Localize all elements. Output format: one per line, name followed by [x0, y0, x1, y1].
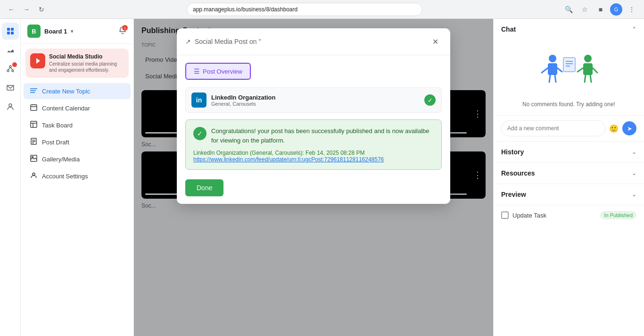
sidebar-icon-social[interactable]	[2, 60, 19, 77]
svg-line-44	[590, 75, 591, 82]
notification-badge	[12, 62, 17, 67]
modal-title-text: Social Media Post on ''	[195, 38, 261, 45]
svg-line-31	[542, 68, 548, 73]
board-selector[interactable]: B Board 1 ▾ 1	[27, 25, 127, 38]
nav-item-content-calendar[interactable]: Content Calendar	[24, 100, 131, 116]
svg-line-7	[8, 67, 10, 70]
studio-card: Social Media Studio Centralize social me…	[25, 49, 129, 78]
tab-icon: ☰	[194, 67, 200, 75]
sidebar-icon-mail[interactable]	[2, 79, 19, 96]
board-chevron-icon: ▾	[71, 28, 74, 34]
sidebar-icon-chart[interactable]	[2, 42, 19, 59]
sidebar-icon-crm[interactable]	[2, 98, 19, 115]
svg-point-4	[9, 66, 11, 67]
post-draft-icon	[30, 138, 37, 146]
svg-rect-35	[563, 58, 575, 72]
nav-label-task-board: Task Board	[42, 122, 73, 129]
task-checkbox[interactable]	[501, 211, 509, 219]
bookmark-icon-btn[interactable]: ☆	[578, 3, 591, 16]
modal-body: ☰ Post Overview in LinkedIn Organization…	[177, 55, 450, 204]
svg-line-42	[593, 68, 597, 73]
svg-line-41	[578, 68, 583, 72]
nav-label-create-new-topic: Create New Topic	[42, 88, 90, 95]
preview-title: Preview	[501, 191, 526, 198]
comment-input-row: 🙂 ➤	[494, 115, 644, 141]
account-name: LinkedIn Organization	[211, 94, 276, 101]
success-link[interactable]: https://www.linkedin.com/feed/update/urn…	[193, 156, 384, 163]
account-sub: General, Carousels	[211, 101, 276, 107]
resources-section: Resources ⌄	[494, 163, 644, 184]
nav-label-content-calendar: Content Calendar	[42, 105, 90, 112]
notification-bell[interactable]: 1	[118, 26, 127, 36]
menu-icon-btn[interactable]: ⋮	[625, 3, 638, 16]
expand-icon[interactable]: ↗	[185, 38, 191, 45]
nav-item-account-settings[interactable]: Account Settings	[24, 168, 131, 184]
chat-chevron-icon: ⌃	[632, 26, 636, 33]
content-calendar-icon	[30, 104, 37, 112]
task-board-icon	[30, 121, 37, 129]
svg-line-43	[585, 75, 586, 82]
svg-line-33	[549, 75, 550, 82]
address-bar[interactable]: app.manageplus.io/business/8/dashboard	[187, 3, 422, 16]
gallery-media-icon	[30, 155, 37, 163]
preview-chevron-icon: ⌄	[632, 191, 636, 198]
main-content: Publishing Content TOPIC Promo Video on …	[134, 19, 493, 336]
no-comments-text: No comments found. Try adding one!	[494, 101, 644, 115]
svg-line-8	[10, 67, 13, 70]
modal-overlay[interactable]: ↗ Social Media Post on '' ✕ ☰ Post Overv…	[134, 19, 493, 336]
done-button[interactable]: Done	[185, 179, 223, 196]
board-name: Board 1	[44, 28, 67, 35]
studio-title: Social Media Studio	[49, 53, 124, 60]
modal-close-button[interactable]: ✕	[429, 35, 442, 48]
forward-button[interactable]: →	[21, 4, 32, 15]
chat-title: Chat	[501, 25, 516, 33]
board-icon: B	[27, 25, 41, 38]
post-overview-tab[interactable]: ☰ Post Overview	[185, 63, 251, 80]
svg-rect-3	[11, 32, 14, 34]
send-comment-button[interactable]: ➤	[622, 121, 636, 135]
nav-label-post-draft: Post Draft	[42, 139, 69, 146]
svg-point-28	[33, 173, 35, 176]
browser-chrome: ← → ↻ app.manageplus.io/business/8/dashb…	[0, 0, 644, 19]
account-info: LinkedIn Organization General, Carousels	[211, 94, 276, 107]
success-text: Congratulations! your post has been succ…	[211, 126, 434, 145]
nav-item-task-board[interactable]: Task Board	[24, 117, 131, 133]
update-task-row: Update Task In Published	[494, 205, 644, 225]
studio-icon	[30, 53, 45, 68]
svg-marker-11	[36, 58, 40, 64]
history-section-header[interactable]: History ⌄	[494, 142, 644, 162]
svg-rect-15	[31, 105, 37, 110]
nav-label-account-settings: Account Settings	[42, 173, 88, 180]
success-header: ✓ Congratulations! your post has been su…	[193, 126, 434, 145]
success-detail-text: LinkedIn Organization (General, Carousel…	[193, 150, 365, 156]
nav-item-gallery-media[interactable]: Gallery/Media	[24, 151, 131, 167]
studio-info: Social Media Studio Centralize social me…	[49, 53, 124, 73]
svg-point-39	[584, 55, 592, 62]
linkedin-icon: in	[191, 92, 206, 108]
emoji-button[interactable]: 🙂	[609, 124, 619, 133]
right-panel: Chat ⌃	[493, 19, 644, 336]
sidebar-header: B Board 1 ▾ 1	[21, 19, 133, 44]
svg-rect-19	[31, 121, 37, 127]
nav-item-create-new-topic[interactable]: Create New Topic	[24, 83, 131, 99]
extensions-icon-btn[interactable]: ■	[594, 3, 607, 16]
url-text: app.manageplus.io/business/8/dashboard	[193, 6, 297, 13]
search-icon-btn[interactable]: 🔍	[562, 3, 575, 16]
preview-section-header[interactable]: Preview ⌄	[494, 184, 644, 205]
sidebar-icon-home[interactable]	[2, 23, 19, 40]
refresh-button[interactable]: ↻	[36, 4, 47, 15]
tab-bar: ☰ Post Overview	[185, 63, 442, 80]
chat-section-header[interactable]: Chat ⌃	[494, 19, 644, 40]
svg-rect-0	[7, 28, 10, 31]
nav-item-post-draft[interactable]: Post Draft	[24, 134, 131, 150]
history-chevron-icon: ⌄	[632, 149, 636, 155]
resources-section-header[interactable]: Resources ⌄	[494, 163, 644, 184]
resources-chevron-icon: ⌄	[632, 170, 636, 176]
svg-rect-1	[11, 28, 14, 31]
profile-avatar[interactable]: G	[610, 3, 622, 16]
comment-input[interactable]	[501, 120, 605, 136]
back-button[interactable]: ←	[6, 4, 17, 15]
svg-line-32	[557, 68, 562, 72]
chat-section: Chat ⌃	[494, 19, 644, 142]
preview-section: Preview ⌄	[494, 184, 644, 205]
